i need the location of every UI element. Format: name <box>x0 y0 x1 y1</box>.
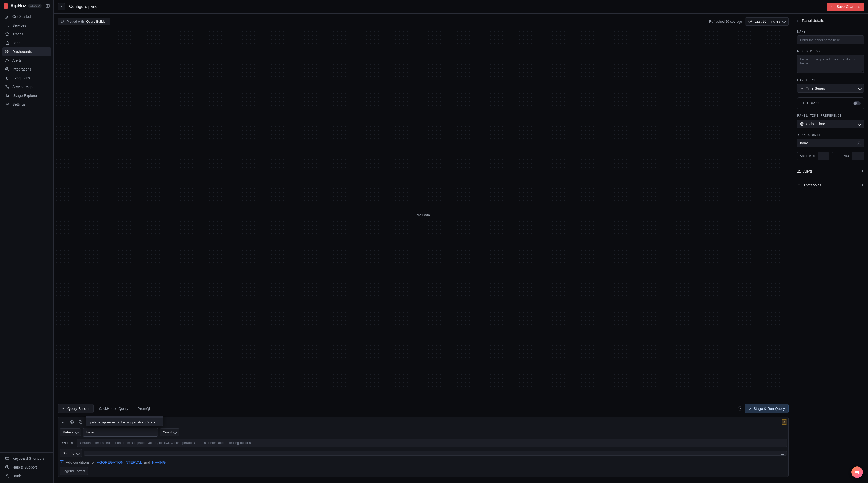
sidebar-item-label: Dashboards <box>12 50 32 54</box>
chevron-down-icon <box>781 452 784 455</box>
sidebar-item-help-support[interactable]: Help & Support <box>2 463 52 472</box>
svg-point-26 <box>63 20 64 21</box>
dropdown-option[interactable]: kube_pod_status_ready <box>86 416 163 418</box>
histogram-icon <box>5 94 9 98</box>
agg-interval-link[interactable]: AGGREGATION INTERVAL <box>97 460 142 464</box>
y-unit-select[interactable]: none × <box>797 139 864 148</box>
clone-query-button[interactable] <box>77 419 84 425</box>
query-help-button[interactable]: ? <box>738 406 742 411</box>
clear-unit-button[interactable]: × <box>857 141 861 145</box>
aggregation-value: Count <box>163 430 172 434</box>
where-filter-input[interactable]: Search Filter : select options from sugg… <box>77 439 787 447</box>
metric-search-input-wrapper[interactable] <box>83 428 158 437</box>
sidebar-item-settings[interactable]: Settings <box>2 100 52 109</box>
tab-label: PromQL <box>137 407 151 411</box>
metric-search-input[interactable] <box>86 430 155 434</box>
sidebar-item-logs[interactable]: Logs <box>2 38 52 47</box>
sidebar-item-integrations[interactable]: Integrations <box>2 65 52 74</box>
legend-format-label: Legend Format <box>63 469 85 473</box>
fill-gaps-row: FILL GAPS <box>797 97 864 109</box>
run-query-button[interactable]: Stage & Run Query <box>745 404 789 413</box>
sidebar-footer: Keyboard Shortcuts Help & Support Daniel <box>0 452 54 483</box>
sidebar-item-label: Services <box>12 23 26 27</box>
sidebar-item-services[interactable]: Services <box>2 21 52 30</box>
svg-line-15 <box>6 86 8 87</box>
toggle-visibility-button[interactable] <box>68 419 75 425</box>
time-range-select[interactable]: Last 30 minutes <box>745 17 789 26</box>
collapse-sidebar-icon[interactable] <box>46 4 50 8</box>
dropdown-option[interactable]: grafana_apiserver_kube_aggregator_x509_i… <box>86 418 163 426</box>
sidebar-item-exceptions[interactable]: Exceptions <box>2 74 52 83</box>
svg-point-29 <box>63 408 64 409</box>
plotted-engine: Query Builder <box>86 20 106 24</box>
time-pref-select[interactable]: Global Time <box>797 120 864 128</box>
sidebar-item-usage-explorer[interactable]: Usage Explorer <box>2 91 52 100</box>
time-pref-label: PANEL TIME PREFERENCE <box>797 114 864 118</box>
sidebar-item-user[interactable]: Daniel <box>2 472 52 480</box>
sidebar-item-label: Usage Explorer <box>12 94 37 98</box>
sidebar-item-traces[interactable]: Traces <box>2 30 52 38</box>
globe-icon <box>800 122 804 126</box>
plotted-with-pill: Plotted with Query Builder <box>58 18 110 25</box>
bar-chart-icon <box>5 23 9 27</box>
chevron-down-icon <box>858 122 862 126</box>
chart-toolbar: Plotted with Query Builder Refreshed 20 … <box>54 14 793 29</box>
add-conditions-button[interactable]: + Add conditions for AGGREGATION INTERVA… <box>60 460 787 464</box>
time-range-label: Last 30 minutes <box>754 20 780 24</box>
puzzle-icon <box>5 67 9 71</box>
sidebar-item-service-map[interactable]: Service Map <box>2 83 52 91</box>
sidebar-item-keyboard-shortcuts[interactable]: Keyboard Shortcuts <box>2 454 52 463</box>
groupby-values-input[interactable] <box>84 451 787 456</box>
fill-gaps-toggle[interactable] <box>853 101 861 105</box>
tab-clickhouse[interactable]: ClickHouse Query <box>96 405 132 413</box>
plotted-prefix: Plotted with <box>67 20 84 24</box>
source-type-select[interactable]: Metrics <box>60 428 81 436</box>
aggregation-select[interactable]: Count <box>160 428 179 436</box>
add-alert-button[interactable]: + <box>861 168 864 174</box>
panel-details: Panel details NAME DESCRIPTION PANEL TYP… <box>793 14 868 483</box>
drag-handle-icon <box>797 19 799 23</box>
svg-point-33 <box>71 421 72 423</box>
brand-name: SigNoz <box>10 3 26 8</box>
svg-marker-32 <box>749 408 751 410</box>
add-threshold-button[interactable]: + <box>861 182 864 188</box>
soft-max-input[interactable]: SOFT MAX <box>832 152 864 160</box>
close-panel-button[interactable] <box>58 3 65 10</box>
tab-promql[interactable]: PromQL <box>134 405 154 413</box>
panel-description-input[interactable] <box>797 55 864 73</box>
chevron-down-icon <box>61 420 64 423</box>
legend-format-button[interactable]: Legend Format <box>60 467 88 475</box>
file-icon <box>5 41 9 45</box>
collapse-query-button[interactable] <box>60 419 66 425</box>
save-changes-button[interactable]: Save Changes <box>827 3 864 11</box>
close-icon <box>60 5 63 8</box>
groupby-select[interactable]: Sum By <box>60 449 82 457</box>
alerts-label: Alerts <box>803 169 859 173</box>
layers-icon <box>5 32 9 36</box>
pyramid-icon <box>797 169 801 173</box>
sidebar-item-label: Logs <box>12 41 20 45</box>
time-pref-value: Global Time <box>806 122 857 126</box>
having-link[interactable]: HAVING <box>152 460 166 464</box>
svg-rect-0 <box>46 4 49 7</box>
sidebar-item-dashboards[interactable]: Dashboards <box>2 47 52 56</box>
panel-name-input[interactable] <box>797 35 864 44</box>
chart-empty-state: No Data <box>417 213 430 217</box>
tab-query-builder[interactable]: Query Builder <box>58 404 94 413</box>
panel-type-select[interactable]: Time Series <box>797 84 864 93</box>
svg-marker-37 <box>798 170 801 172</box>
env-badge: CLOUD <box>28 4 41 8</box>
query-card: A ƒ A kube_pod_status_phase kube_pod_con… <box>58 417 789 477</box>
save-changes-label: Save Changes <box>836 5 860 9</box>
soft-min-label: SOFT MIN <box>798 152 818 160</box>
chat-icon <box>855 470 860 475</box>
chevron-down-icon <box>781 442 784 444</box>
chevron-down-icon <box>173 430 177 434</box>
sidebar-item-get-started[interactable]: Get Started <box>2 12 52 21</box>
soft-min-input[interactable]: SOFT MIN <box>797 152 829 160</box>
sidebar-item-label: Settings <box>12 102 26 106</box>
chat-launcher-button[interactable] <box>851 466 863 478</box>
sidebar: SigNoz CLOUD Get Started Services Traces… <box>0 0 54 483</box>
sidebar-item-alerts[interactable]: Alerts <box>2 56 52 65</box>
where-placeholder: Search Filter : select options from sugg… <box>80 441 251 445</box>
